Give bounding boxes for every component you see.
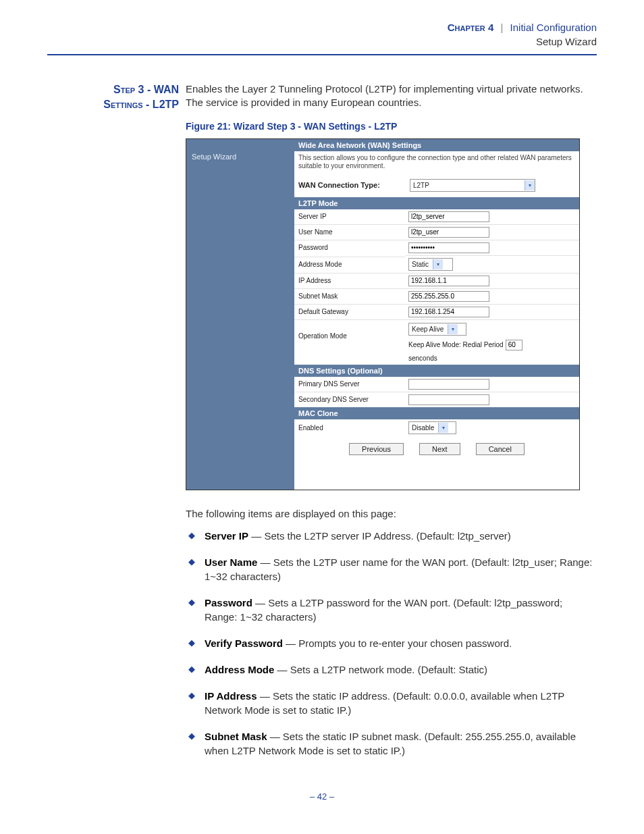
bullet-term: IP Address [205,690,257,702]
previous-button[interactable]: Previous [349,443,404,455]
input-secondary-dns[interactable] [408,394,489,405]
bullet-term: Verify Password [205,637,283,649]
wan-type-select[interactable]: L2TP ▾ [410,179,535,192]
bullet-text: — Sets a L2TP network mode. (Default: St… [274,664,487,675]
redial-prefix: Keep Alive Mode: Redial Period [408,341,504,348]
input-subnet-mask[interactable] [408,291,489,302]
label-operation-mode: Operation Mode [294,319,406,343]
list-item: Verify Password — Prompts you to re-ente… [186,636,597,650]
next-button[interactable]: Next [419,443,460,455]
input-ip-address[interactable] [408,276,489,286]
label-password: Password [294,240,406,255]
bullet-list: Server IP — Sets the L2TP server IP Addr… [186,529,597,758]
header-rule [47,54,597,55]
bullet-term: Server IP [205,530,248,542]
bullet-term: User Name [205,556,257,568]
label-address-mode: Address Mode [294,257,406,271]
sidebar-item-setup-wizard[interactable]: Setup Wizard [192,153,294,161]
bullet-text: — Sets the L2TP user name for the WAN po… [205,556,592,582]
side-heading-line2: Settings - L2TP [103,99,179,110]
panel-desc: This section allows you to configure the… [294,151,579,176]
figure-caption: Figure 21: Wizard Step 3 - WAN Settings … [186,121,597,132]
label-primary-dns: Primary DNS Server [294,377,406,391]
section-mac-clone: MAC Clone [294,407,579,419]
input-server-ip[interactable] [408,211,489,222]
list-item: Server IP — Sets the L2TP server IP Addr… [186,529,597,543]
section-dns: DNS Settings (Optional) [294,365,579,377]
input-user-name[interactable] [408,227,489,238]
side-heading: Step 3 - WAN Settings - L2TP [47,82,179,111]
panel-title: Wide Area Network (WAN) Settings [294,139,579,151]
separator: | [501,22,504,33]
label-user-name: User Name [294,224,406,239]
label-subnet-mask: Subnet Mask [294,288,406,303]
label-server-ip: Server IP [294,209,406,224]
label-mac-enabled: Enabled [294,421,406,435]
input-password[interactable] [408,242,489,253]
sub-heading: Setup Wizard [536,36,597,47]
bullet-text: — Sets a L2TP password for the WAN port.… [205,597,562,623]
bullet-term: Password [205,597,252,608]
page-header: Chapter 4 | Initial Configuration Setup … [47,20,597,54]
input-default-gateway[interactable] [408,307,489,317]
operation-mode-value: Keep Alive [412,325,444,333]
cancel-button[interactable]: Cancel [476,443,525,455]
chevron-down-icon: ▾ [448,324,458,334]
screenshot-wizard: Setup Wizard Wide Area Network (WAN) Set… [186,138,580,490]
list-item: IP Address — Sets the static IP address.… [186,689,597,717]
label-ip-address: IP Address [294,273,406,288]
side-heading-line1: Step 3 - WAN [113,84,179,95]
select-mac-enabled[interactable]: Disable ▾ [408,421,456,434]
label-secondary-dns: Secondary DNS Server [294,392,406,407]
breadcrumb: Initial Configuration [510,22,597,33]
chapter-label: Chapter 4 [448,22,494,33]
address-mode-value: Static [412,261,429,268]
input-primary-dns[interactable] [408,379,489,390]
bullet-term: Subnet Mask [205,731,267,742]
list-item: Password — Sets a L2TP password for the … [186,596,597,624]
intro-paragraph: Enables the Layer 2 Tunneling Protocol (… [186,82,597,110]
mac-enabled-value: Disable [412,424,434,432]
bullet-text: — Prompts you to re-enter your chosen pa… [283,637,512,649]
items-intro: The following items are displayed on thi… [186,506,597,521]
chevron-down-icon: ▾ [433,259,443,269]
wizard-sidebar: Setup Wizard [186,139,294,490]
page-number: – 42 – [47,791,597,802]
input-redial-period[interactable] [506,340,522,350]
list-item: Address Mode — Sets a L2TP network mode.… [186,662,597,677]
bullet-term: Address Mode [205,664,274,675]
select-operation-mode[interactable]: Keep Alive ▾ [408,323,466,336]
list-item: Subnet Mask — Sets the static IP subnet … [186,729,597,758]
wan-type-value: L2TP [413,182,429,189]
label-default-gateway: Default Gateway [294,304,406,319]
redial-suffix: senconds [408,355,437,362]
select-address-mode[interactable]: Static ▾ [408,258,453,271]
chevron-down-icon: ▾ [438,423,448,433]
bullet-text: — Sets the static IP address. (Default: … [205,690,564,716]
chevron-down-icon: ▾ [525,180,535,190]
list-item: User Name — Sets the L2TP user name for … [186,555,597,583]
bullet-text: — Sets the L2TP server IP Address. (Defa… [248,530,511,542]
section-l2tp-mode: L2TP Mode [294,197,579,209]
wan-type-label: WAN Connection Type: [298,181,410,189]
